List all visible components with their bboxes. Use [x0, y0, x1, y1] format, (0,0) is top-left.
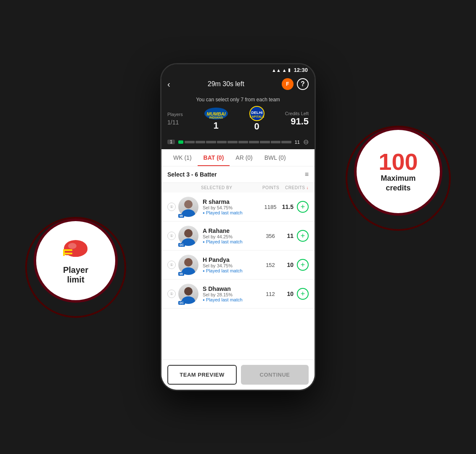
header-icons: F ?	[282, 78, 309, 90]
add-player-button[interactable]	[297, 230, 309, 242]
player-credits: 10	[281, 290, 294, 297]
player-name: S Dhawan	[203, 285, 260, 292]
team-info-bar: You can select only 7 from each team Pla…	[161, 94, 315, 136]
tabs-row: WK (1) BAT (0) AR (0) BWL (0)	[161, 149, 315, 166]
player-credits: 11	[281, 232, 294, 239]
svg-point-19	[184, 287, 193, 296]
progress-tick	[238, 141, 249, 143]
section-header: Select 3 - 6 Batter ≡	[161, 166, 315, 183]
progress-collapse-button[interactable]: ⊖	[303, 138, 309, 146]
svg-point-6	[68, 243, 77, 249]
help-icon-button[interactable]: ?	[297, 78, 309, 90]
dc-count: 0	[254, 121, 259, 132]
progress-end-number: 11	[295, 140, 300, 145]
player-played-badge: Played last match	[203, 297, 260, 302]
player-team-badge: MI	[178, 214, 184, 218]
player-name: A Rahane	[203, 227, 260, 234]
content-section: WK (1) BAT (0) AR (0) BWL (0) Select 3 -…	[161, 149, 315, 390]
max-credits-bubble: 100 Maximum credits	[354, 127, 442, 216]
credits-left-group: Credits Left 91.5	[285, 111, 309, 127]
players-label: Players	[167, 112, 183, 117]
credits-left-label: Credits Left	[285, 111, 309, 116]
player-sel-pct: Sel by 54.75%	[203, 205, 260, 210]
progress-tick	[217, 141, 227, 143]
status-time: 12:30	[294, 67, 308, 73]
svg-text:DELHI: DELHI	[251, 111, 262, 115]
player-played-badge: Played last match	[203, 268, 260, 273]
player-limit-label: Player limit	[63, 265, 88, 285]
svg-point-13	[184, 200, 193, 209]
progress-tick	[227, 141, 238, 143]
svg-rect-4	[63, 249, 72, 251]
progress-tick	[249, 141, 259, 143]
player-avatar-wrapper: DC	[178, 284, 198, 304]
player-rank: ①	[167, 261, 176, 269]
player-row: ① DC A Rahane Sel	[161, 222, 315, 251]
player-row: ① MI H Pandya Sel	[161, 251, 315, 280]
progress-bar-row: 1 11	[161, 136, 315, 149]
progress-tick	[271, 141, 281, 143]
player-rank: ①	[167, 203, 176, 211]
back-button[interactable]: ‹	[167, 79, 170, 89]
progress-tick	[196, 141, 206, 143]
sort-arrow-icon: ↓	[307, 185, 309, 190]
continue-button[interactable]: CONTINUE	[241, 365, 309, 385]
progress-tick	[206, 141, 216, 143]
player-name: R sharma	[203, 198, 260, 205]
dc-team-group: DELHI CAPITALS 0	[249, 106, 264, 132]
svg-rect-5	[63, 253, 72, 254]
status-icons: ▲▲ ▲ ▮	[272, 67, 291, 73]
player-avatar-wrapper: MI	[178, 197, 198, 217]
tab-ar[interactable]: AR (0)	[230, 149, 258, 166]
battery-icon: ▮	[288, 67, 291, 73]
wifi-icon: ▲	[282, 68, 287, 73]
svg-point-17	[184, 258, 193, 267]
tab-bwl[interactable]: BWL (0)	[259, 149, 292, 166]
player-credits: 10	[281, 261, 294, 268]
progress-tick	[281, 141, 291, 143]
player-points: 112	[260, 291, 281, 297]
player-avatar-wrapper: DC	[178, 226, 198, 246]
add-player-button[interactable]	[297, 201, 309, 213]
dc-logo-icon: DELHI CAPITALS	[249, 106, 264, 121]
col-header-selected-by: SELECTED BY	[201, 185, 258, 190]
add-player-button[interactable]	[297, 259, 309, 271]
svg-text:CAPITALS: CAPITALS	[249, 115, 264, 118]
player-team-badge: DC	[178, 243, 185, 247]
player-rank: ①	[167, 232, 176, 240]
player-info: S Dhawan Sel by 28.15% Played last match	[203, 285, 260, 302]
max-credits-label: Maximum credits	[381, 174, 415, 193]
filter-icon[interactable]: ≡	[305, 171, 309, 178]
team-preview-button[interactable]: TEAM PREVIEW	[167, 365, 237, 385]
players-stat-group: Players 1/11	[167, 112, 183, 126]
column-headers: SELECTED BY POINTS CREDITS ↓	[161, 183, 315, 193]
mi-count: 1	[214, 120, 219, 131]
player-info: R sharma Sel by 54.75% Played last match	[203, 198, 260, 215]
players-value: 1/11	[167, 117, 179, 126]
player-team-badge: MI	[178, 272, 184, 276]
player-played-badge: Played last match	[203, 210, 260, 215]
max-credits-number: 100	[378, 150, 418, 174]
player-info: A Rahane Sel by 44.25% Played last match	[203, 227, 260, 244]
tab-wk[interactable]: WK (1)	[167, 149, 198, 166]
add-player-button[interactable]	[297, 288, 309, 300]
player-points: 1185	[260, 204, 281, 210]
svg-point-15	[184, 229, 193, 238]
col-header-points: POINTS	[258, 185, 283, 190]
progress-tick	[260, 141, 270, 143]
player-points: 152	[260, 262, 281, 268]
player-list: ① MI R sharma Sel	[161, 193, 315, 359]
team-stats-row: Players 1/11 MUMBAI INDIANS	[167, 106, 309, 132]
player-credits: 11.5	[281, 203, 294, 210]
progress-start-number: 1	[167, 140, 175, 144]
player-team-badge: DC	[178, 301, 185, 305]
player-limit-bubble: Player limit	[34, 219, 118, 303]
player-points: 356	[260, 233, 281, 239]
mi-team-group: MUMBAI INDIANS 1	[204, 107, 229, 131]
signal-icon: ▲▲	[272, 68, 281, 73]
player-info: H Pandya Sel by 34.75% Played last match	[203, 256, 260, 273]
tab-bat[interactable]: BAT (0)	[198, 149, 230, 166]
fantasy-icon-button[interactable]: F	[282, 78, 294, 90]
status-bar: ▲▲ ▲ ▮ 12:30	[161, 64, 315, 76]
team-info-subtitle: You can select only 7 from each team	[167, 97, 309, 103]
